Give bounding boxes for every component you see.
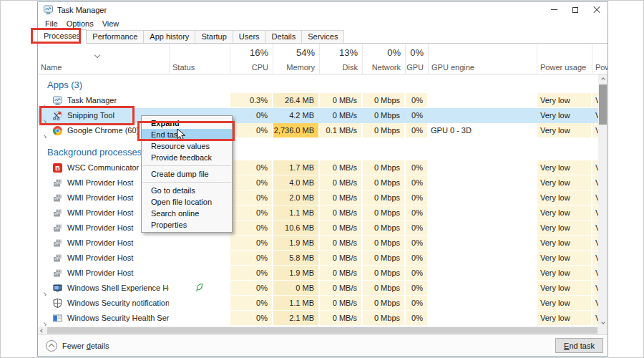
scroll-down-icon[interactable]: [598, 317, 608, 326]
network-cell: 0 Mbps: [362, 123, 405, 138]
expand-chevron-icon[interactable]: [42, 316, 46, 326]
gpu_engine-cell: GPU 0 - 3D: [428, 123, 537, 138]
memory-cell: 4.2 MB: [273, 108, 319, 123]
column-header-power-usage[interactable]: Power usage: [537, 44, 592, 74]
table-row-wmi-provider-host[interactable]: WMI Provider Host0%10.6 MB0 MB/s0 Mbps0%…: [38, 221, 608, 236]
table-row-windows-security-health-service[interactable]: Windows Security Health Service0%2.1 MB0…: [38, 311, 608, 326]
table-row-wmi-provider-host[interactable]: WMI Provider Host0%1.9 MB0 MB/s0 Mbps0%V…: [38, 266, 608, 281]
disk-cell: 0 MB/s: [319, 205, 362, 221]
section-label: Apps (3): [47, 79, 82, 90]
app-icon: [43, 4, 54, 15]
wmi-icon: [52, 193, 63, 203]
column-header-status[interactable]: Status: [169, 44, 230, 74]
tab-performance[interactable]: Performance: [86, 30, 144, 43]
horizontal-scrollbar[interactable]: [38, 326, 598, 334]
minimize-button[interactable]: [543, 2, 565, 17]
maximize-button[interactable]: [565, 2, 586, 17]
wmi-icon: [52, 208, 63, 218]
column-header-disk[interactable]: 13%Disk: [319, 44, 362, 74]
context-menu-item-properties[interactable]: Properties: [142, 219, 232, 231]
title-bar[interactable]: Task Manager: [38, 2, 608, 17]
table-row-wmi-provider-host[interactable]: WMI Provider Host0%1.9 MB0 MB/s0 Mbps0%V…: [38, 236, 608, 251]
gpu-cell: 0%: [405, 266, 428, 281]
expand-chevron-icon[interactable]: [42, 286, 46, 296]
column-label: GPU engine: [431, 63, 474, 72]
context-menu-item-open-file-location[interactable]: Open file location: [142, 196, 232, 208]
context-menu-item-provide-feedback[interactable]: Provide feedback: [142, 152, 232, 163]
column-label: Memory: [286, 63, 315, 72]
cpu-cell: 0%: [230, 190, 273, 205]
column-header-gpu-engine[interactable]: GPU engine: [428, 44, 537, 74]
disk-cell: 0 MB/s: [319, 93, 362, 108]
tab-details[interactable]: Details: [265, 30, 303, 43]
tab-services[interactable]: Services: [301, 30, 344, 43]
gpu_engine-cell: [428, 190, 537, 205]
fewer-details-toggle[interactable]: Fewer details: [46, 340, 109, 352]
close-button[interactable]: [586, 2, 608, 17]
cpu-cell: 0%: [230, 266, 273, 281]
scroll-up-icon[interactable]: [598, 74, 608, 84]
cpu-cell: 0%: [230, 236, 273, 251]
task-manager-window: Task Manager FileOptionsView ProcessesPe…: [37, 1, 608, 357]
screenshot-canvas: Task Manager FileOptionsView ProcessesPe…: [0, 0, 644, 358]
column-header-memory[interactable]: 54%Memory: [273, 44, 319, 74]
column-header-cpu[interactable]: 16%CPU: [230, 44, 273, 74]
tab-users[interactable]: Users: [233, 30, 266, 43]
annotation-box-snipping-tool: [39, 106, 135, 125]
context-menu-item-search-online[interactable]: Search online: [142, 208, 232, 219]
network-cell: 0 Mbps: [362, 93, 405, 108]
cpu-cell: 0%: [230, 205, 273, 221]
table-row-wmi-provider-host[interactable]: WMI Provider Host0%4.0 MB0 MB/s0 Mbps0%V…: [38, 175, 608, 190]
tab-startup[interactable]: Startup: [195, 30, 233, 43]
process-name: WMI Provider Host: [67, 190, 133, 205]
disk-cell: 0 MB/s: [319, 160, 362, 175]
column-label: Pow: [595, 63, 608, 72]
expand-chevron-icon[interactable]: [42, 129, 46, 138]
gpu-cell: 0%: [405, 190, 428, 205]
table-row-wmi-provider-host[interactable]: WMI Provider Host0%2.0 MB0 MB/s0 Mbps0%V…: [38, 190, 608, 205]
table-row-windows-security-notification-i[interactable]: Windows Security notification i...0%1.1 …: [38, 296, 608, 311]
maximize-icon: [572, 7, 578, 13]
context-menu-item-resource-values[interactable]: Resource values: [142, 140, 232, 152]
power-cell: Very low: [537, 175, 592, 190]
table-row-windows-shell-experience-host[interactable]: Windows Shell Experience Host0%0 MB0 MB/…: [38, 281, 608, 296]
table-row-wsc-communicator[interactable]: BWSC Communicator0%1.7 MB0 MB/s0 Mbps0%V…: [38, 160, 608, 175]
network-cell: 0 Mbps: [362, 296, 405, 311]
network-cell: 0 Mbps: [362, 281, 405, 296]
vertical-scrollbar-thumb[interactable]: [599, 84, 607, 125]
vertical-scrollbar[interactable]: [598, 74, 608, 326]
wmi-icon: [52, 178, 63, 188]
table-row-wmi-provider-host[interactable]: WMI Provider Host0%1.1 MB0 MB/s0 Mbps0%V…: [38, 205, 608, 221]
menu-view[interactable]: View: [98, 19, 124, 28]
table-row-google-chrome-60[interactable]: Google Chrome (60)0%2,736.0 MB0.1 MB/s0 …: [38, 123, 608, 138]
column-header-gpu[interactable]: 0%GPU: [405, 44, 428, 74]
tab-app-history[interactable]: App history: [143, 30, 195, 43]
end-task-button[interactable]: End task: [555, 338, 603, 353]
menu-file[interactable]: File: [41, 19, 62, 28]
scroll-left-icon[interactable]: [38, 329, 47, 332]
menu-options[interactable]: Options: [62, 19, 98, 28]
gpu_engine-cell: [428, 93, 537, 108]
cpu-cell: 0%: [230, 175, 273, 190]
column-header-network[interactable]: 0%Network: [362, 44, 405, 74]
network-cell: 0 Mbps: [362, 266, 405, 281]
process-name: WMI Provider Host: [67, 221, 133, 236]
tab-bar: ProcessesPerformanceApp historyStartupUs…: [38, 29, 608, 44]
process-name: WMI Provider Host: [67, 205, 133, 221]
memory-cell: 1.1 MB: [273, 296, 319, 311]
column-header-power-trend[interactable]: Pow: [592, 44, 608, 74]
fewer-details-label: Fewer details: [62, 342, 109, 350]
wmi-icon: [52, 253, 63, 263]
network-cell: 0 Mbps: [362, 205, 405, 221]
context-menu-item-go-to-details[interactable]: Go to details: [142, 185, 232, 196]
power-cell: Very low: [537, 311, 592, 326]
power-cell: Very low: [537, 93, 592, 108]
column-label: Name: [41, 63, 62, 72]
status-cell: [169, 251, 230, 266]
horizontal-scrollbar-thumb[interactable]: [47, 327, 597, 334]
context-menu-item-create-dump-file[interactable]: Create dump file: [142, 168, 232, 180]
column-total-network: 0%: [387, 47, 401, 58]
table-row-wmi-provider-host[interactable]: WMI Provider Host0%5.8 MB0 MB/s0 Mbps0%V…: [38, 251, 608, 266]
column-header-name[interactable]: Name: [38, 44, 169, 74]
power-cell: Very low: [537, 190, 592, 205]
